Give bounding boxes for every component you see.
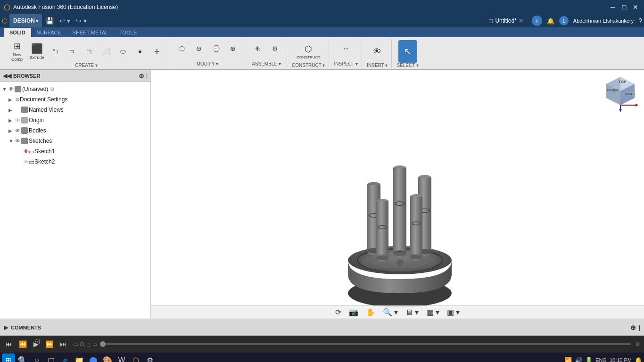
tab-sheet-metal[interactable]: SHEET METAL: [67, 28, 114, 37]
tree-bodies[interactable]: ▶ 👁 Bodies: [0, 125, 150, 136]
origin-vis-icon[interactable]: 👁: [15, 117, 20, 123]
tree-sketch1[interactable]: ▶ 👁 ▭ Sketch1: [0, 146, 150, 156]
taskbar-search-icon[interactable]: 🔍: [16, 354, 29, 362]
design-workspace-button[interactable]: DESIGN ▾: [9, 14, 42, 28]
root-collapse-icon[interactable]: ▼: [2, 86, 8, 92]
camera-button[interactable]: 📷: [347, 307, 360, 318]
root-visibility-icon[interactable]: 👁: [8, 86, 14, 92]
taskbar-paint-icon[interactable]: 🎨: [101, 354, 114, 362]
taskbar-office-icon[interactable]: W: [115, 354, 128, 362]
notifications-icon[interactable]: 🔔: [547, 17, 554, 25]
taskbar-fusion-icon[interactable]: ⬡: [129, 354, 142, 362]
modify-btn4[interactable]: ⊕: [225, 40, 241, 57]
doc-settings-arrow[interactable]: ▶: [8, 97, 15, 102]
windows-start-button[interactable]: ⊞: [2, 354, 15, 362]
collapse-browser-icon[interactable]: ◀◀: [3, 73, 11, 79]
box-button[interactable]: ⬜: [98, 43, 114, 60]
timeline-thumb[interactable]: [100, 341, 106, 347]
timeline-icon-btn3[interactable]: ◻: [86, 341, 91, 347]
extrude-button[interactable]: ⬛ Extrude: [27, 40, 46, 63]
taskbar-volume-icon[interactable]: 🔊: [575, 357, 582, 362]
viewcube[interactable]: TOP FRONT RIGHT: [602, 74, 639, 112]
loft-button[interactable]: ◻: [81, 43, 97, 60]
tab-close-icon[interactable]: ✕: [519, 17, 523, 24]
taskbar-battery-icon[interactable]: 🔋: [585, 357, 593, 362]
collapse-comments-icon[interactable]: |: [639, 324, 640, 331]
restore-button[interactable]: □: [619, 2, 629, 12]
tree-sketch2[interactable]: ▶ 👁 ▭ Sketch2: [0, 156, 150, 167]
assemble-btn2[interactable]: ⚙: [267, 40, 283, 57]
tab-solid[interactable]: SOLID: [4, 28, 31, 37]
timeline-prev-button[interactable]: ⏪: [17, 339, 29, 349]
origin-arrow[interactable]: ▶: [8, 118, 15, 123]
taskbar-explorer-icon[interactable]: 📁: [73, 354, 86, 362]
tree-sketches[interactable]: ▼ 👁 Sketches: [0, 136, 150, 146]
minimize-button[interactable]: ─: [608, 2, 618, 12]
tree-root[interactable]: ▼ 👁 (Unsaved) ⚙: [0, 84, 150, 94]
zoom-button[interactable]: 🔍 ▾: [381, 307, 400, 318]
sketches-vis-icon[interactable]: 👁: [15, 138, 20, 144]
help-icon[interactable]: ?: [638, 17, 642, 25]
taskbar-cortana-icon[interactable]: ○: [30, 354, 43, 362]
tab-surface[interactable]: SURFACE: [31, 28, 67, 37]
create-group: ⊞ New Comp ⬛ Extrude ⭮ ⊃ ◻ ⬜: [4, 39, 169, 67]
taskbar-taskview-icon[interactable]: ▢: [44, 354, 58, 362]
root-settings-icon[interactable]: ⚙: [50, 86, 55, 92]
user-avatar[interactable]: 1: [559, 16, 569, 25]
viewport[interactable]: TOP FRONT RIGHT ⟳ 📷 ✋ 🔍 ▾ 🖥 ▾ ▦ ▾ ▣ ▾: [151, 70, 644, 319]
sphere-button[interactable]: ●: [132, 43, 148, 60]
timeline-next-button[interactable]: ⏩: [43, 339, 55, 349]
new-tab-button[interactable]: +: [532, 16, 542, 26]
timeline-track[interactable]: [100, 343, 631, 345]
taskbar-chrome-icon[interactable]: ⬤: [87, 354, 100, 362]
tree-named-views[interactable]: ▶ 👁 Named Views: [0, 105, 150, 115]
cylinder-button[interactable]: ⬭: [115, 43, 131, 60]
timeline-icon-btn1[interactable]: ▭: [73, 341, 78, 347]
timeline-end-button[interactable]: ⏭: [58, 339, 68, 349]
taskbar-wifi-icon[interactable]: 📶: [564, 357, 572, 362]
pan-button[interactable]: ✋: [364, 307, 377, 318]
taskbar-settings-icon[interactable]: ⚙: [143, 354, 157, 362]
orbit-button[interactable]: ⟳: [333, 307, 343, 318]
timeline-rewind-button[interactable]: ⏮: [4, 339, 14, 349]
inspect-btn[interactable]: ↔: [338, 40, 354, 57]
modify-btn2[interactable]: ⊖: [191, 40, 207, 57]
sketches-arrow[interactable]: ▼: [8, 138, 15, 144]
sketch1-vis-icon[interactable]: 👁: [24, 148, 29, 154]
taskbar-notification-icon[interactable]: 🔔: [635, 357, 642, 362]
save-button[interactable]: 💾: [44, 16, 56, 25]
sweep-button[interactable]: ⊃: [64, 43, 80, 60]
add-comment-icon[interactable]: ⊕: [630, 324, 636, 331]
undo-button[interactable]: ↩ ▾: [58, 16, 72, 25]
timeline-settings-icon[interactable]: ⚙: [636, 341, 640, 347]
timeline-icon-btn2[interactable]: ⬡: [80, 341, 84, 347]
revolve-button[interactable]: ⭮: [47, 43, 63, 60]
timeline-icon-btn4[interactable]: ▭: [92, 341, 97, 347]
redo-button[interactable]: ↪ ▾: [74, 16, 89, 25]
modify-btn3[interactable]: ⌚: [208, 40, 224, 57]
modify-btn1[interactable]: ⬡: [174, 40, 190, 57]
sketch2-vis-icon[interactable]: 👁: [24, 159, 29, 165]
grid-button[interactable]: ▦ ▾: [425, 307, 441, 318]
taskbar-language[interactable]: ENG: [595, 357, 607, 362]
select-btn[interactable]: ↖: [398, 40, 417, 63]
doc-settings-gear-icon[interactable]: ⚙: [15, 97, 20, 103]
taskbar-edge-icon[interactable]: ℯ: [58, 354, 72, 362]
named-views-arrow[interactable]: ▶: [8, 107, 15, 113]
browser-add-button[interactable]: ⊕: [139, 72, 144, 80]
tree-doc-settings[interactable]: ▶ ⚙ Document Settings: [0, 94, 150, 105]
display-mode-button[interactable]: 🖥 ▾: [404, 307, 421, 318]
browser-pin-icon[interactable]: |: [146, 73, 148, 79]
close-button[interactable]: ✕: [631, 2, 640, 12]
bodies-arrow[interactable]: ▶: [8, 128, 15, 133]
view-options-button[interactable]: ▣ ▾: [445, 307, 462, 318]
expand-comments-icon[interactable]: ▶: [4, 324, 8, 331]
new-component-button[interactable]: ⊞ New Comp: [8, 40, 26, 63]
tree-origin[interactable]: ▶ 👁 Origin: [0, 115, 150, 125]
tab-tools[interactable]: TOOLS: [114, 28, 142, 37]
insert-btn[interactable]: 👁: [368, 40, 387, 63]
bodies-vis-icon[interactable]: 👁: [15, 128, 20, 133]
construct-main-btn[interactable]: ⬡ CONSTRUCT: [299, 40, 318, 63]
assemble-btn1[interactable]: ⛯: [250, 40, 266, 57]
move-button[interactable]: ✛: [149, 43, 165, 60]
